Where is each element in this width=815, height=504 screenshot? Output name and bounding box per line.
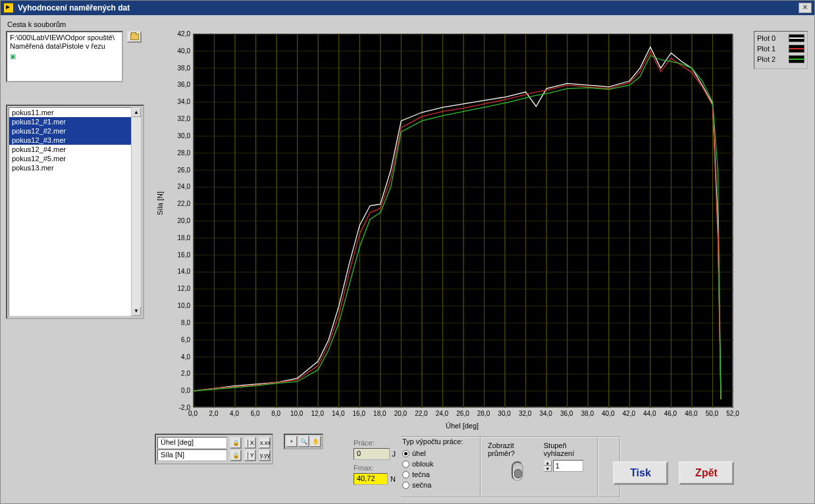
- y-tick: 38,0: [178, 64, 190, 71]
- zoom-tool-button[interactable]: 🔍: [298, 436, 309, 447]
- file-item[interactable]: pokus11.mer: [9, 108, 133, 117]
- y-axis-label: Síla [N]: [156, 191, 164, 215]
- radio-icon: [402, 461, 409, 468]
- legend-row[interactable]: Plot 2: [757, 54, 804, 64]
- format-y-button[interactable]: y.yy: [259, 449, 271, 461]
- autoscale-y-button[interactable]: │Y: [244, 449, 256, 461]
- work-type-option[interactable]: sečna: [402, 480, 473, 490]
- radio-icon: [402, 471, 409, 478]
- file-list[interactable]: pokus11.merpokus12_#1.merpokus12_#2.merp…: [9, 107, 134, 316]
- legend-swatch: [789, 45, 804, 53]
- y-tick: 12,0: [178, 285, 190, 292]
- scroll-down-button[interactable]: ▼: [132, 307, 141, 316]
- legend-swatch: [789, 34, 804, 42]
- file-item[interactable]: pokus12_#2.mer: [9, 126, 133, 136]
- x-tick: 10,0: [290, 410, 303, 417]
- format-x-button[interactable]: x.xx: [259, 437, 271, 449]
- crosshair-tool-button[interactable]: +: [286, 436, 298, 447]
- file-item[interactable]: pokus12_#1.mer: [9, 117, 133, 126]
- chart-plot[interactable]: [193, 34, 733, 407]
- x-tick: 42,0: [623, 410, 635, 417]
- prace-unit: J: [392, 450, 396, 458]
- x-tick: 50,0: [706, 410, 718, 417]
- x-tick: 20,0: [394, 410, 407, 417]
- y-tick: 20,0: [178, 217, 190, 224]
- x-tick: 4,0: [230, 410, 239, 417]
- calc-panel: Práce: 0 J Fmax: 40,72 N: [348, 436, 401, 498]
- x-tick: 14,0: [332, 410, 344, 417]
- x-tick: 40,0: [602, 410, 614, 417]
- app-icon: [3, 3, 14, 13]
- y-tick: 30,0: [178, 132, 190, 139]
- x-tick: 34,0: [539, 410, 552, 417]
- y-tick: 4,0: [181, 353, 190, 360]
- y-axis-name-field[interactable]: Síla [N]: [157, 449, 227, 461]
- average-panel: Zobrazit průměr? Stupeň vyhlazení ▲ ▼: [480, 436, 598, 498]
- y-tick: 2,0: [181, 370, 190, 377]
- fmax-value: 40,72: [354, 473, 388, 485]
- x-tick: 2,0: [209, 410, 219, 417]
- path-line1: F:\000\LabVIEW\Odpor spouště\: [10, 34, 119, 42]
- browse-button[interactable]: [127, 31, 142, 43]
- legend-row[interactable]: Plot 1: [757, 43, 804, 54]
- radio-label: úhel: [412, 448, 426, 459]
- work-type-panel: Typ výpočtu práce: úheloblouktečnasečna: [398, 436, 477, 498]
- x-tick: 12,0: [311, 410, 323, 417]
- lock-y-button[interactable]: 🔒: [230, 449, 242, 461]
- y-tick: 10,0: [178, 302, 190, 309]
- x-tick: 46,0: [664, 410, 677, 417]
- y-tick: 18,0: [178, 234, 190, 241]
- radio-label: oblouk: [412, 459, 433, 469]
- close-button[interactable]: ×: [799, 3, 812, 13]
- scroll-up-button[interactable]: ▲: [132, 108, 141, 117]
- chart-legend[interactable]: Plot 0Plot 1Plot 2: [754, 31, 808, 69]
- pan-tool-button[interactable]: ✋: [309, 436, 321, 447]
- x-axis-name-field[interactable]: Úhel [deg]: [157, 437, 227, 449]
- x-tick: 52,0: [726, 410, 739, 417]
- x-tick: 48,0: [685, 410, 697, 417]
- y-tick: 6,0: [181, 336, 190, 343]
- file-list-scrollbar[interactable]: ▲ ▼: [131, 107, 142, 316]
- path-display: F:\000\LabVIEW\Odpor spouště\ Naměřená d…: [6, 31, 123, 82]
- print-button[interactable]: Tisk: [613, 461, 668, 485]
- x-tick: 30,0: [498, 410, 510, 417]
- y-axis-ticks: -2,00,02,04,06,08,010,012,014,016,018,02…: [174, 31, 192, 407]
- lock-x-button[interactable]: 🔒: [230, 437, 242, 449]
- show-average-label: Zobrazit průměr?: [488, 441, 535, 457]
- path-panel: F:\000\LabVIEW\Odpor spouště\ Naměřená d…: [6, 31, 142, 82]
- y-tick: 0,0: [181, 387, 190, 394]
- show-average-switch[interactable]: [512, 461, 523, 481]
- smooth-value-input[interactable]: [553, 460, 583, 472]
- folder-icon: [130, 34, 139, 40]
- work-type-header: Typ výpočtu práce:: [402, 438, 473, 445]
- fmax-unit: N: [390, 475, 396, 483]
- y-tick: 36,0: [178, 81, 190, 88]
- graph-tools: + 🔍 ✋: [284, 434, 323, 449]
- back-button[interactable]: Zpět: [679, 461, 734, 485]
- x-tick: 26,0: [456, 410, 469, 417]
- work-type-option[interactable]: úhel: [402, 448, 473, 459]
- file-item[interactable]: pokus12_#5.mer: [9, 154, 133, 163]
- legend-label: Plot 0: [757, 34, 776, 42]
- work-type-option[interactable]: tečna: [402, 469, 473, 480]
- app-window: Vyhodnocení naměřených dat × Cesta k sou…: [0, 0, 815, 504]
- x-axis-ticks: 0,02,04,06,08,010,012,014,016,018,020,02…: [193, 410, 735, 419]
- x-tick: 22,0: [415, 410, 427, 417]
- x-tick: 8,0: [271, 410, 280, 417]
- action-buttons: Tisk Zpět: [613, 461, 734, 485]
- y-tick: 26,0: [178, 166, 190, 173]
- x-tick: 44,0: [643, 410, 656, 417]
- work-type-option[interactable]: oblouk: [402, 459, 473, 469]
- smooth-down-button[interactable]: ▼: [544, 466, 552, 472]
- smooth-up-button[interactable]: ▲: [544, 460, 552, 466]
- prace-label: Práce:: [354, 439, 396, 447]
- file-item[interactable]: pokus12_#3.mer: [9, 136, 133, 145]
- y-tick: 28,0: [178, 149, 190, 156]
- y-tick: 34,0: [178, 98, 190, 105]
- file-item[interactable]: pokus13.mer: [9, 163, 133, 172]
- legend-row[interactable]: Plot 0: [757, 33, 804, 43]
- path-icon: ▣: [10, 52, 119, 61]
- autoscale-x-button[interactable]: │X: [244, 437, 256, 449]
- file-item[interactable]: pokus12_#4.mer: [9, 145, 133, 154]
- axis-name-box: Úhel [deg] 🔒 │X x.xx Síla [N] 🔒 │Y y.yy: [155, 434, 273, 465]
